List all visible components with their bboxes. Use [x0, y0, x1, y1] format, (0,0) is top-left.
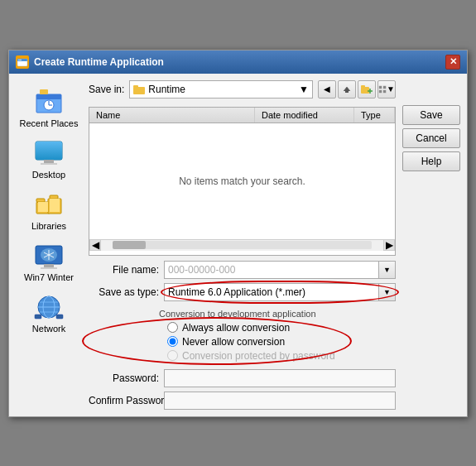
svg-rect-43 — [379, 89, 382, 92]
views-button[interactable]: ▼ — [377, 80, 396, 98]
title-bar-left: Create Runtime Application — [16, 55, 164, 69]
sidebar-label-desktop: Desktop — [32, 170, 65, 180]
save-as-type-label: Save as type: — [89, 286, 159, 298]
sidebar-label-network: Network — [32, 324, 65, 334]
svg-rect-15 — [36, 199, 45, 202]
svg-rect-33 — [56, 315, 63, 319]
dialog-body: Recent Places — [9, 74, 467, 416]
file-name-dropdown[interactable]: ▼ — [379, 261, 396, 279]
button-panel: Save Cancel Help — [402, 80, 460, 410]
radio-never-label: Never allow conversion — [182, 336, 285, 348]
folder-icon — [133, 84, 145, 94]
win7-winter-icon — [32, 241, 65, 271]
save-as-type-wrapper: ▼ — [164, 283, 396, 301]
form-area: File name: ▼ Save as type: ▼ — [89, 261, 396, 410]
help-button[interactable]: Help — [402, 151, 460, 171]
sidebar-item-network[interactable]: Network — [16, 289, 82, 337]
new-folder-button[interactable] — [358, 80, 376, 98]
horizontal-scrollbar[interactable]: ◀ ▶ — [89, 239, 395, 251]
cancel-button[interactable]: Cancel — [402, 128, 460, 148]
save-as-type-dropdown[interactable]: ▼ — [379, 283, 396, 301]
recent-places-icon — [32, 87, 65, 117]
save-in-label: Save in: — [89, 84, 124, 95]
svg-rect-6 — [40, 89, 48, 94]
file-list-header: Name Date modified Type — [89, 108, 395, 123]
scrollbar-track — [113, 241, 372, 249]
main-content: Save in: Runtime ▼ ◀ — [89, 80, 396, 410]
radio-always: Always allow conversion — [167, 322, 335, 334]
file-name-row: File name: ▼ — [89, 261, 396, 279]
save-in-select[interactable]: Runtime ▼ — [129, 80, 313, 98]
svg-point-2 — [18, 59, 20, 60]
svg-rect-18 — [38, 202, 48, 212]
save-in-value: Runtime — [148, 84, 185, 95]
close-button[interactable]: ✕ — [445, 55, 460, 70]
sidebar-item-win7-winter[interactable]: Win7 Winter — [16, 238, 82, 286]
libraries-icon — [32, 190, 65, 219]
sidebar-item-libraries[interactable]: Libraries — [16, 186, 82, 234]
file-list: Name Date modified Type No items match y… — [89, 107, 396, 256]
network-icon — [32, 292, 65, 322]
scroll-right-btn[interactable]: ▶ — [383, 239, 395, 251]
confirm-password-input[interactable] — [164, 392, 396, 410]
save-as-type-input[interactable] — [164, 283, 379, 301]
password-label: Password: — [89, 372, 159, 384]
svg-rect-12 — [44, 160, 54, 163]
sidebar-label-recent: Recent Places — [20, 118, 79, 128]
title-bar: Create Runtime Application ✕ — [9, 50, 467, 74]
conversion-title: Conversion to development application — [89, 309, 396, 319]
sidebar: Recent Places — [16, 80, 82, 410]
save-in-dropdown-arrow: ▼ — [299, 84, 309, 95]
svg-rect-5 — [36, 94, 61, 99]
file-list-empty: No items match your search. — [89, 123, 395, 239]
radio-password-label: Conversion protected by password — [182, 350, 335, 362]
radio-password-input[interactable] — [167, 350, 178, 361]
svg-rect-34 — [133, 87, 145, 94]
desktop-icon — [32, 138, 65, 168]
sidebar-item-desktop[interactable]: Desktop — [16, 135, 82, 183]
svg-rect-19 — [50, 199, 60, 212]
col-type[interactable]: Type — [354, 108, 395, 123]
col-name[interactable]: Name — [89, 108, 255, 123]
confirm-password-row: Confirm Password: — [89, 392, 396, 410]
dialog-title: Create Runtime Application — [34, 56, 164, 68]
radio-always-input[interactable] — [167, 322, 178, 333]
svg-rect-36 — [345, 91, 349, 93]
scrollbar-thumb[interactable] — [113, 241, 146, 249]
radio-never-input[interactable] — [167, 336, 178, 347]
sidebar-label-libraries: Libraries — [31, 221, 66, 231]
file-name-input[interactable] — [164, 261, 379, 279]
save-as-type-row: Save as type: ▼ — [89, 283, 396, 301]
svg-rect-35 — [133, 85, 138, 88]
create-runtime-dialog: Create Runtime Application ✕ Re — [8, 50, 468, 417]
svg-rect-42 — [383, 85, 386, 88]
confirm-password-label: Confirm Password: — [89, 395, 159, 406]
svg-rect-38 — [361, 85, 365, 88]
save-button[interactable]: Save — [402, 105, 460, 125]
radio-group-wrapper: Always allow conversion Never allow conv… — [89, 322, 335, 362]
radio-group: Always allow conversion Never allow conv… — [167, 322, 335, 362]
password-input[interactable] — [164, 369, 396, 387]
up-button[interactable] — [338, 80, 356, 98]
svg-rect-37 — [361, 87, 369, 94]
app-icon — [16, 55, 29, 69]
svg-rect-11 — [36, 142, 62, 160]
save-in-row: Save in: Runtime ▼ ◀ — [89, 80, 396, 98]
col-date[interactable]: Date modified — [255, 108, 354, 123]
svg-rect-44 — [383, 89, 386, 92]
scroll-left-btn[interactable]: ◀ — [89, 239, 101, 251]
radio-password: Conversion protected by password — [167, 350, 335, 362]
svg-rect-13 — [41, 163, 57, 165]
radio-always-label: Always allow conversion — [182, 322, 290, 334]
svg-rect-23 — [41, 267, 57, 269]
conversion-section: Conversion to development application Al… — [89, 309, 396, 362]
password-row: Password: — [89, 369, 396, 387]
svg-rect-41 — [379, 85, 382, 88]
toolbar-buttons: ◀ — [318, 80, 396, 98]
svg-point-3 — [20, 59, 22, 60]
svg-rect-22 — [44, 264, 54, 267]
sidebar-item-recent-places[interactable]: Recent Places — [16, 84, 82, 132]
radio-never: Never allow conversion — [167, 336, 335, 348]
empty-message: No items match your search. — [179, 175, 305, 187]
back-button[interactable]: ◀ — [318, 80, 336, 98]
